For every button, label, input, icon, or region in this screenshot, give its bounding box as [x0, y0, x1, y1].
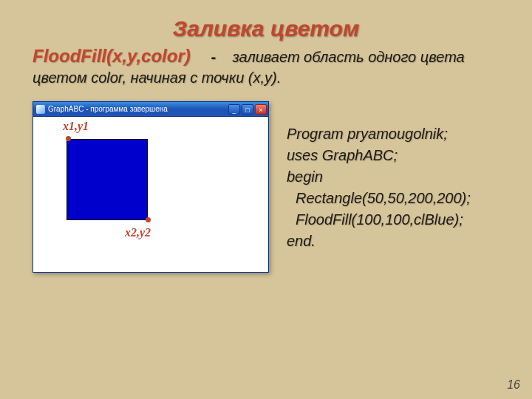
code-line-1: Program pryamougolnik;: [287, 126, 448, 142]
close-button[interactable]: ×: [255, 104, 267, 115]
app-icon: [36, 105, 45, 114]
label-x2y2: x2,y2: [125, 226, 151, 239]
app-window: GraphABC - программа завершена _ □ × x1,…: [33, 101, 269, 273]
slide-title: Заливка цветом: [0, 0, 532, 44]
maximize-button[interactable]: □: [242, 104, 253, 115]
code-line-5: FloodFill(100,100,clBlue);: [287, 209, 471, 231]
point-x2y2: [146, 217, 151, 222]
function-description: FloodFill(x,y,color) - заливает область …: [0, 44, 532, 88]
code-block: Program pryamougolnik; uses GraphABC; be…: [287, 101, 471, 252]
window-title-text: GraphABC - программа завершена: [48, 105, 228, 113]
code-line-2: uses GraphABC;: [287, 147, 398, 163]
filled-rectangle: [66, 139, 148, 220]
page-number: 16: [507, 378, 520, 392]
window-titlebar: GraphABC - программа завершена _ □ ×: [33, 102, 268, 117]
code-line-6: end.: [287, 233, 316, 249]
drawing-canvas: x1,y1 x2,y2: [33, 117, 268, 272]
label-x1y1: x1,y1: [63, 120, 89, 133]
minimize-button[interactable]: _: [228, 104, 240, 115]
dash-separator: -: [211, 49, 216, 65]
code-line-3: begin: [287, 168, 323, 185]
function-signature: FloodFill(x,y,color): [33, 46, 191, 66]
code-line-4: Rectangle(50,50,200,200);: [287, 188, 471, 209]
